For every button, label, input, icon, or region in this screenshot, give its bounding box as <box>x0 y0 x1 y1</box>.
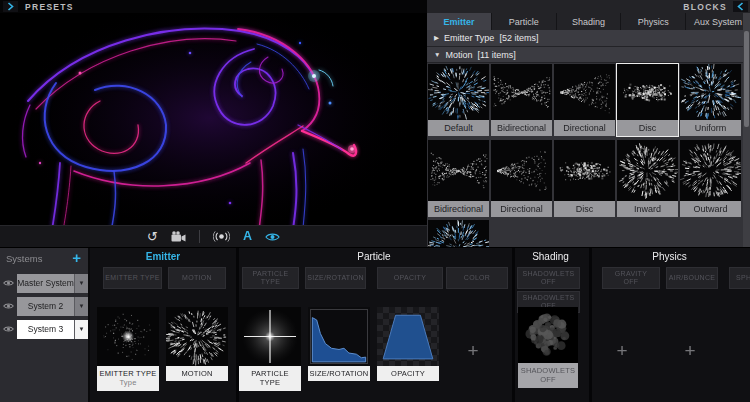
motion-blur-button[interactable] <box>213 229 230 245</box>
add-block-button-particle[interactable]: + <box>463 341 483 360</box>
preview-viewport[interactable] <box>0 13 427 225</box>
blocks-collapse-button[interactable] <box>733 1 748 12</box>
motion-thumbnail <box>428 220 489 247</box>
block-label: SIZE/ROTATION <box>309 369 369 378</box>
collapsed-arrow-icon: ▶ <box>434 34 439 42</box>
block-thumbnail <box>308 307 370 366</box>
systems-title: Systems <box>6 253 42 264</box>
system-visibility-button[interactable] <box>2 279 14 287</box>
motion-item-uniform[interactable]: Uniform <box>680 64 741 136</box>
tab-shading[interactable]: Shading <box>557 13 622 30</box>
block-opacity[interactable]: OPACITY <box>377 307 439 381</box>
block-particle-type[interactable]: PARTICLE TYPE <box>239 307 301 391</box>
add-block-button-physics-2[interactable]: + <box>680 341 700 360</box>
system-select-3[interactable]: System 3 ▼ <box>17 320 88 339</box>
systems-sidebar: Systems + Master System ▼ System 2 ▼ <box>0 248 90 402</box>
ghost-slot-sph[interactable]: SPH <box>729 267 750 289</box>
tab-aux-system[interactable]: Aux System <box>686 13 750 30</box>
flow-column-physics: Physics <box>589 251 750 262</box>
system-flow-panel: Systems + Master System ▼ System 2 ▼ <box>0 247 750 402</box>
particle-elephant-preview <box>0 13 427 225</box>
ghost-slot-air-bounce[interactable]: AIR/BOUNCE <box>666 267 718 289</box>
chevron-left-icon <box>737 2 744 11</box>
column-divider <box>589 248 592 402</box>
section-motion[interactable]: ▼ Motion [11 items] <box>427 47 750 63</box>
system-row-master: Master System ▼ <box>2 273 88 293</box>
system-select-2[interactable]: System 2 ▼ <box>17 297 88 316</box>
add-system-button[interactable]: + <box>72 250 81 265</box>
system-name: Master System <box>17 274 74 293</box>
motion-blur-icon <box>213 231 230 242</box>
letter-a-toggle-button[interactable]: A <box>243 229 252 245</box>
motion-item-label: Bidirectional <box>428 201 489 217</box>
dropdown-arrow-icon[interactable]: ▼ <box>74 274 88 293</box>
block-motion[interactable]: MOTION <box>166 307 228 381</box>
system-visibility-button[interactable] <box>2 302 14 310</box>
blocks-header-bar: BLOCKS <box>427 0 750 13</box>
add-block-button-physics-1[interactable]: + <box>612 341 632 360</box>
blocks-scrollbar[interactable] <box>743 13 750 247</box>
ghost-slot-particle-type[interactable]: PARTICLE TYPE <box>242 267 299 289</box>
motion-item-directional-1[interactable]: Directional <box>554 64 615 136</box>
presets-expand-button[interactable] <box>3 1 18 12</box>
block-label: MOTION <box>167 369 227 378</box>
tab-physics[interactable]: Physics <box>621 13 686 30</box>
motion-thumbnail <box>617 64 678 120</box>
tab-particle[interactable]: Particle <box>492 13 557 30</box>
ghost-slot-size-rotation[interactable]: SIZE/ROTATION <box>305 267 366 289</box>
motion-item-bidirectional-1[interactable]: Bidirectional <box>491 64 552 136</box>
visibility-toggle-button[interactable] <box>265 229 280 245</box>
motion-item-directional-2[interactable]: Directional <box>491 140 552 217</box>
motion-item-disc-2[interactable]: Disc <box>554 140 615 217</box>
system-row-3-active: System 3 ▼ <box>2 319 88 339</box>
ghost-slot-emitter-type[interactable]: EMITTER TYPE <box>103 267 162 289</box>
motion-item-label: Directional <box>554 120 615 136</box>
block-emitter-type[interactable]: EMITTER TYPEType <box>97 307 159 391</box>
motion-thumbnail <box>428 64 489 120</box>
section-label: Emitter Type [52 items] <box>444 33 538 43</box>
flow-column-shading: Shading <box>512 251 589 262</box>
block-label: SHADOWLETS <box>519 366 577 375</box>
ghost-slot-opacity[interactable]: OPACITY <box>377 267 443 289</box>
tab-emitter[interactable]: Emitter <box>427 13 492 30</box>
motion-item-label: Default <box>428 120 489 136</box>
presets-header-bar: PRESETS <box>0 0 427 13</box>
block-sublabel: Type <box>98 378 158 387</box>
block-thumbnail <box>239 307 301 366</box>
camera-button[interactable] <box>171 229 186 245</box>
dropdown-arrow-icon[interactable]: ▼ <box>74 297 88 316</box>
reset-button[interactable]: ↺ <box>147 229 158 245</box>
reset-icon: ↺ <box>147 230 158 243</box>
system-row-2: System 2 ▼ <box>2 296 88 316</box>
motion-thumbnail <box>617 140 678 201</box>
motion-item-disc-1-selected[interactable]: Disc <box>617 64 678 136</box>
ghost-slot-shadowlets-1[interactable]: SHADOWLETSOFF <box>517 267 580 289</box>
motion-item-outward[interactable]: Outward <box>680 140 741 217</box>
system-select-master[interactable]: Master System ▼ <box>17 274 88 293</box>
motion-item-partial[interactable] <box>428 220 489 247</box>
block-thumbnail <box>97 307 159 366</box>
section-emitter-type[interactable]: ▶ Emitter Type [52 items] <box>427 30 750 47</box>
system-visibility-button[interactable] <box>2 325 14 333</box>
section-label: Motion [11 items] <box>445 50 515 60</box>
dropdown-arrow-icon[interactable]: ▼ <box>74 320 88 339</box>
block-shadowlets[interactable]: SHADOWLETSOFF <box>518 307 578 388</box>
motion-item-label: Disc <box>554 201 615 217</box>
ghost-slot-motion[interactable]: MOTION <box>168 267 226 289</box>
block-label: EMITTER TYPE <box>98 369 158 378</box>
particle-designer-app: PRESETS BLOCKS <box>0 0 750 402</box>
motion-item-label: Uniform <box>680 120 741 136</box>
ghost-slot-gravity[interactable]: GRAVITYOFF <box>602 267 660 289</box>
ghost-slot-color[interactable]: COLOR <box>446 267 508 289</box>
motion-thumbnail <box>491 64 552 120</box>
block-size-rotation[interactable]: SIZE/ROTATION <box>308 307 370 381</box>
block-thumbnail <box>166 307 228 366</box>
motion-item-default[interactable]: Default <box>428 64 489 136</box>
letter-a-icon: A <box>243 230 252 243</box>
motion-item-bidirectional-2[interactable]: Bidirectional <box>428 140 489 217</box>
scrollbar-thumb[interactable] <box>744 31 749 127</box>
motion-item-inward[interactable]: Inward <box>617 140 678 217</box>
motion-item-label: Disc <box>617 120 678 136</box>
eye-icon <box>3 279 14 287</box>
block-thumbnail <box>518 307 578 363</box>
